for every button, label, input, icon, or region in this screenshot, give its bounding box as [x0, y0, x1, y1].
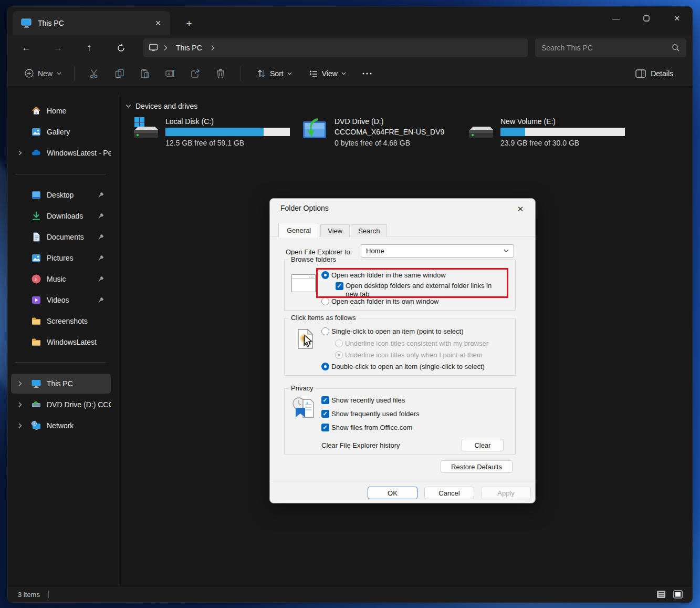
gallery-icon — [31, 127, 41, 137]
details-view-button[interactable] — [654, 588, 668, 601]
sidebar-item-this-pc[interactable]: This PC — [11, 374, 111, 394]
checkbox-recent-files-label[interactable]: Show recently used files — [331, 396, 499, 405]
new-tab-button[interactable]: + — [181, 16, 197, 31]
paste-icon — [140, 68, 150, 79]
chevron-right-icon — [16, 401, 24, 408]
chevron-down-icon — [341, 72, 346, 75]
tab-view[interactable]: View — [320, 224, 350, 237]
apply-button[interactable]: Apply — [481, 487, 531, 499]
sidebar-item-windowslatest[interactable]: WindowsLatest — [11, 332, 111, 352]
sidebar-item-onedrive[interactable]: WindowsLatest - Pe — [11, 143, 111, 163]
sidebar-item-screenshots[interactable]: Screenshots — [11, 311, 111, 331]
desktop-icon — [31, 190, 41, 200]
sidebar-item-desktop[interactable]: Desktop — [11, 185, 111, 205]
videos-icon — [31, 295, 41, 305]
folder-icon — [31, 316, 41, 326]
radio-underline-point-label: Underline icon titles only when I point … — [345, 351, 518, 359]
delete-button[interactable] — [210, 64, 231, 83]
sidebar-item-home[interactable]: Home — [11, 101, 111, 121]
privacy-history-icon — [291, 396, 316, 419]
ellipsis-icon — [362, 73, 372, 75]
forward-button[interactable]: → — [49, 39, 67, 57]
close-button[interactable]: ✕ — [662, 7, 692, 30]
sidebar-item-videos[interactable]: Videos — [11, 290, 111, 310]
rename-icon: A — [165, 68, 175, 79]
details-button[interactable]: Details — [630, 66, 678, 81]
address-bar[interactable]: This PC — [143, 38, 528, 57]
sidebar-item-music[interactable]: ♪ Music — [11, 269, 111, 289]
chevron-right-icon — [16, 422, 24, 429]
section-devices-and-drives[interactable]: Devices and drives — [126, 102, 197, 110]
pin-icon — [97, 233, 105, 241]
search-icon[interactable] — [672, 44, 680, 52]
large-icons-view-button[interactable] — [671, 588, 685, 601]
network-icon — [31, 420, 41, 431]
breadcrumb[interactable]: This PC — [173, 43, 205, 53]
drive-local-disk-c[interactable]: Local Disk (C:) 12.5 GB free of 59.1 GB — [131, 116, 294, 148]
share-button[interactable] — [185, 64, 206, 83]
share-icon — [190, 68, 201, 79]
tab-search[interactable]: Search — [351, 224, 387, 237]
view-button[interactable]: View — [304, 65, 351, 82]
home-icon — [31, 106, 41, 116]
tab-title: This PC — [38, 19, 151, 27]
breadcrumb-chevron-icon — [163, 45, 168, 51]
up-button[interactable]: ↑ — [80, 39, 98, 57]
sidebar-item-dvd-drive[interactable]: DVD Drive (D:) CCC — [11, 395, 111, 415]
drive-new-volume-e[interactable]: New Volume (E:) 23.9 GB free of 30.0 GB — [466, 116, 629, 148]
capacity-bar — [500, 128, 625, 136]
maximize-button[interactable] — [631, 7, 662, 30]
sidebar-item-network[interactable]: Network — [11, 416, 111, 436]
chevron-down-icon — [504, 249, 509, 253]
pin-icon — [97, 212, 105, 220]
radio-own-window[interactable] — [321, 297, 329, 305]
svg-text:♪: ♪ — [34, 276, 37, 282]
capacity-bar-fill — [165, 128, 264, 136]
new-button-label: New — [38, 69, 53, 78]
cut-button[interactable] — [84, 64, 105, 83]
drive-dvd-d[interactable]: DVD Drive (D:) CCCOMA_X64FRE_EN-US_DV9 0… — [300, 116, 463, 148]
sidebar-item-gallery[interactable]: Gallery — [11, 122, 111, 142]
sidebar-item-pictures[interactable]: Pictures — [11, 248, 111, 268]
checkbox-frequent-folders[interactable] — [321, 410, 329, 418]
checkbox-office-files-label[interactable]: Show files from Office.com — [331, 424, 499, 432]
tab-close-icon[interactable]: ✕ — [151, 16, 165, 30]
radio-own-window-label[interactable]: Open each folder in its own window — [331, 297, 505, 306]
restore-defaults-button[interactable]: Restore Defaults — [441, 460, 513, 473]
click-items-group: Click items as follows Single-click to o… — [284, 318, 516, 376]
rename-button[interactable]: A — [160, 64, 181, 83]
clear-button[interactable]: Clear — [462, 439, 504, 451]
new-button[interactable]: New — [19, 65, 67, 81]
ok-button[interactable]: OK — [368, 487, 417, 499]
checkbox-office-files[interactable] — [321, 424, 329, 431]
paste-button[interactable] — [134, 64, 155, 83]
back-button[interactable]: ← — [17, 39, 35, 57]
cancel-button[interactable]: Cancel — [424, 487, 474, 499]
radio-double-click[interactable] — [321, 363, 329, 370]
radio-double-click-label[interactable]: Double-click to open an item (single-cli… — [331, 363, 510, 371]
checkbox-frequent-folders-label[interactable]: Show frequently used folders — [331, 410, 499, 418]
pin-icon — [97, 254, 105, 262]
sort-button[interactable]: Sort — [252, 65, 297, 82]
sidebar-item-documents[interactable]: Documents — [11, 227, 111, 247]
toolbar-divider — [74, 67, 75, 80]
tab-general[interactable]: General — [278, 223, 319, 238]
open-to-dropdown[interactable]: Home — [361, 244, 514, 257]
breadcrumb-chevron-icon[interactable] — [211, 45, 215, 51]
refresh-button[interactable] — [112, 39, 130, 57]
more-options-button[interactable] — [357, 64, 378, 83]
radio-single-click-label[interactable]: Single-click to open an item (point to s… — [331, 327, 510, 336]
radio-underline-browser[interactable] — [335, 339, 343, 347]
search-box[interactable]: Search This PC — [535, 38, 686, 57]
tab-this-pc[interactable]: This PC ✕ — [13, 11, 170, 35]
clear-history-label: Clear File Explorer history — [321, 441, 453, 450]
dialog-close-button[interactable]: ✕ — [514, 203, 527, 215]
sidebar-item-downloads[interactable]: Downloads — [11, 206, 111, 226]
checkbox-recent-files[interactable] — [321, 396, 329, 404]
search-input[interactable]: Search This PC — [541, 44, 672, 52]
radio-underline-point[interactable] — [335, 351, 343, 359]
minimize-button[interactable]: — — [601, 7, 631, 30]
hard-drive-icon — [466, 116, 495, 141]
copy-button[interactable] — [109, 64, 130, 83]
radio-single-click[interactable] — [321, 327, 329, 335]
